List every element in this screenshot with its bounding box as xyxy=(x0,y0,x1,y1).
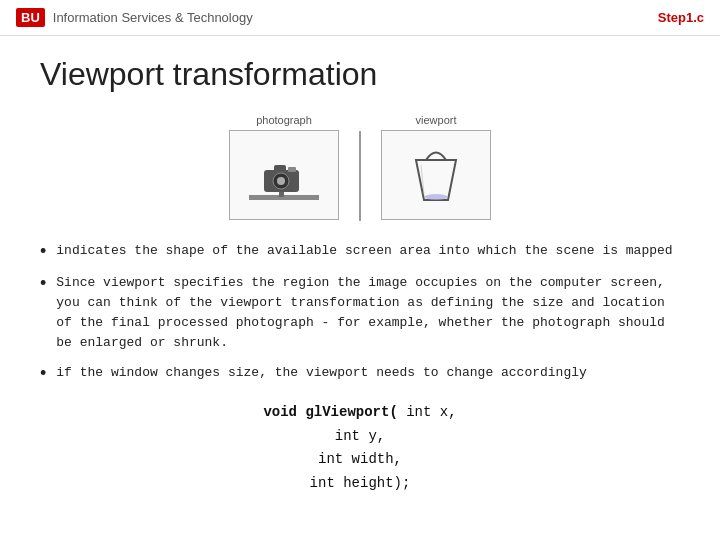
code-line-1: void glViewport( int x, xyxy=(40,401,680,425)
svg-rect-4 xyxy=(279,192,284,197)
bullet-list: • indicates the shape of the available s… xyxy=(40,241,680,385)
diagram-divider xyxy=(359,131,361,221)
diagram-left-image xyxy=(229,130,339,220)
code-param-1: int x, xyxy=(406,404,456,420)
bullet-dot-2: • xyxy=(40,273,46,295)
code-param-4: int height); xyxy=(310,475,411,491)
viewport-icon xyxy=(396,140,476,210)
header-left: BU Information Services & Technology xyxy=(16,8,253,27)
bullet-item-2: • Since viewport specifies the region th… xyxy=(40,273,680,354)
bullet-item-1: • indicates the shape of the available s… xyxy=(40,241,680,263)
camera-icon xyxy=(244,140,324,210)
diagram-photograph: photograph xyxy=(229,114,339,220)
code-param-3: int width, xyxy=(318,451,402,467)
header-title: Information Services & Technology xyxy=(53,10,253,25)
bullet-dot-1: • xyxy=(40,241,46,263)
svg-rect-5 xyxy=(274,165,286,172)
svg-point-3 xyxy=(277,177,285,185)
diagram-right-image xyxy=(381,130,491,220)
step-label: Step1.c xyxy=(658,10,704,25)
code-line-3: int width, xyxy=(40,448,680,472)
code-line-2: int y, xyxy=(40,425,680,449)
slide-title: Viewport transformation xyxy=(40,56,680,93)
code-line-4: int height); xyxy=(40,472,680,496)
code-function: void glViewport( xyxy=(263,404,397,420)
main-content: Viewport transformation photograph xyxy=(0,36,720,516)
svg-rect-6 xyxy=(288,167,296,172)
bullet-text-3: if the window changes size, the viewport… xyxy=(56,363,587,383)
bullet-text-2: Since viewport specifies the region the … xyxy=(56,273,680,354)
bullet-text-1: indicates the shape of the available scr… xyxy=(56,241,672,261)
bullet-dot-3: • xyxy=(40,363,46,385)
svg-point-8 xyxy=(424,194,448,200)
header: BU Information Services & Technology Ste… xyxy=(0,0,720,36)
diagram-area: photograph xyxy=(40,113,680,221)
diagram-left-label: photograph xyxy=(256,114,312,126)
bullet-item-3: • if the window changes size, the viewpo… xyxy=(40,363,680,385)
diagram-right-label: viewport xyxy=(416,114,457,126)
diagram-viewport: viewport xyxy=(381,114,491,220)
code-section: void glViewport( int x, int y, int width… xyxy=(40,401,680,496)
code-param-2: int y, xyxy=(335,428,385,444)
bu-logo: BU xyxy=(16,8,45,27)
